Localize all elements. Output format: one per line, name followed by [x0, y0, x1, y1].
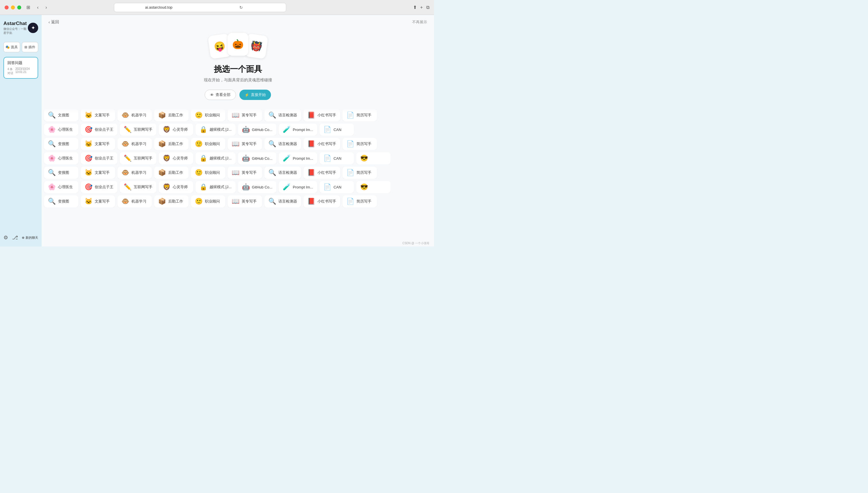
- mask-item[interactable]: 🦁心灵导师: [159, 152, 193, 164]
- app-title: AstarChat: [3, 21, 28, 26]
- reload-icon[interactable]: ↻: [200, 5, 282, 10]
- mask-item-icon: 🐱: [85, 140, 92, 148]
- mask-item[interactable]: 🔍变搜图: [44, 138, 78, 150]
- mask-item[interactable]: 📦后勤工作: [154, 138, 188, 150]
- view-all-button[interactable]: 👁 查看全部: [205, 90, 236, 100]
- mask-item-name: 语言检测器: [278, 199, 297, 204]
- mask-item[interactable]: 🎯创业点子王: [81, 181, 117, 193]
- mask-item[interactable]: 📄简历写手: [342, 195, 377, 208]
- app-title-block: AstarChat 微信公众号：一颗星宇宙.: [3, 21, 28, 35]
- mask-item[interactable]: ✏️互联网写手: [120, 152, 156, 164]
- mask-item[interactable]: 😎: [356, 181, 391, 193]
- mask-item-icon: 📦: [158, 111, 166, 119]
- mask-item[interactable]: 📕小红书写手: [303, 167, 340, 179]
- tab-plugin[interactable]: ⊞ 插件: [22, 42, 39, 52]
- mask-item[interactable]: 🐱文案写手: [81, 195, 115, 208]
- mask-item[interactable]: 🔍变搜图: [44, 167, 78, 179]
- github-icon[interactable]: ⎇: [12, 234, 18, 241]
- mask-item[interactable]: 📖英专写手: [228, 195, 262, 208]
- mask-item-name: 变搜图: [58, 170, 69, 175]
- mask-item[interactable]: 🔍语言检测器: [265, 138, 301, 150]
- mask-item[interactable]: 🔍语言检测器: [265, 109, 301, 121]
- mask-item[interactable]: 🐵机器学习: [117, 109, 152, 121]
- mask-item[interactable]: 🔍文搜图: [44, 109, 78, 121]
- mask-item[interactable]: 🤖GitHub Co...: [238, 181, 277, 193]
- mask-icon-cards: 😝 🎃 👹: [207, 35, 269, 58]
- plus-icon: ⊕: [22, 236, 24, 240]
- maximize-button[interactable]: [17, 5, 21, 9]
- mask-item[interactable]: 📦后勤工作: [154, 109, 188, 121]
- sidebar: AstarChat 微信公众号：一颗星宇宙. ✦ 🎭 面具 ⊞ 插件 回答问题 …: [0, 15, 42, 246]
- mask-item[interactable]: 🔒越狱模式 [J...: [196, 152, 236, 164]
- mask-item[interactable]: 📖英专写手: [228, 138, 262, 150]
- mask-item[interactable]: 🙂职业顾问: [191, 167, 225, 179]
- mask-item[interactable]: 😎: [356, 152, 391, 164]
- mask-item[interactable]: 📄CAN: [319, 152, 354, 164]
- mask-card-2[interactable]: 🎃: [228, 33, 248, 56]
- mask-item[interactable]: 🙂职业顾问: [191, 109, 225, 121]
- mask-item[interactable]: 🧪Prompt Im...: [279, 152, 317, 164]
- mask-item[interactable]: 🐵机器学习: [117, 167, 152, 179]
- mask-item[interactable]: 📄简历写手: [342, 167, 377, 179]
- tab-mask[interactable]: 🎭 面具: [3, 42, 20, 52]
- nav-back-button[interactable]: ‹: [35, 4, 40, 11]
- chat-item[interactable]: 回答问题 4 条对话 2023/10/24 13:01:21: [3, 57, 38, 79]
- start-button[interactable]: ⚡ 直接开始: [239, 90, 271, 100]
- minimize-button[interactable]: [11, 5, 15, 9]
- tabs-button[interactable]: ⧉: [426, 5, 429, 10]
- mask-item[interactable]: 🔍语言检测器: [265, 195, 301, 208]
- mask-item[interactable]: 🦁心灵导师: [159, 124, 193, 135]
- mask-item[interactable]: 📄CAN: [319, 124, 354, 135]
- mask-item[interactable]: 🐱文案写手: [81, 138, 115, 150]
- mask-item[interactable]: 🙂职业顾问: [191, 195, 225, 208]
- mask-item[interactable]: 🤖GitHub Co...: [238, 152, 277, 164]
- mask-item[interactable]: 🌸心理医生: [44, 124, 78, 135]
- mask-item[interactable]: 🔍变搜图: [44, 195, 78, 208]
- mask-item[interactable]: 🌸心理医生: [44, 152, 78, 164]
- mask-item-name: 小红书写手: [317, 141, 336, 147]
- mask-item[interactable]: ✏️互联网写手: [120, 181, 156, 193]
- mask-item[interactable]: 📖英专写手: [228, 109, 262, 121]
- mask-item[interactable]: 📄简历写手: [342, 138, 377, 150]
- close-button[interactable]: [5, 5, 8, 9]
- mask-item[interactable]: 📦后勤工作: [154, 167, 188, 179]
- no-show-button[interactable]: 不再展示: [412, 20, 427, 25]
- mask-item[interactable]: 📕小红书写手: [303, 138, 340, 150]
- mask-item-icon: 🧪: [283, 126, 291, 133]
- mask-item[interactable]: 🔍语言检测器: [265, 167, 301, 179]
- mask-item-icon: 📄: [323, 154, 331, 162]
- mask-item[interactable]: 🐵机器学习: [117, 195, 152, 208]
- mask-item[interactable]: 📄CAN: [319, 181, 354, 193]
- sidebar-toggle-button[interactable]: ⊞: [25, 3, 32, 11]
- mask-item[interactable]: 🦁心灵导师: [159, 181, 193, 193]
- back-button[interactable]: ‹ 返回: [48, 20, 59, 25]
- mask-item[interactable]: 🔒越狱模式 [J...: [196, 181, 236, 193]
- mask-item[interactable]: 🤖GitHub Co...: [238, 124, 277, 135]
- mask-item-icon: 🎯: [85, 183, 92, 191]
- mask-item-name: 越狱模式 [J...: [209, 127, 232, 132]
- mask-item-icon: 🐱: [85, 169, 92, 176]
- nav-forward-button[interactable]: ›: [44, 4, 48, 11]
- mask-item[interactable]: 🙂职业顾问: [191, 138, 225, 150]
- mask-item[interactable]: 🐱文案写手: [81, 109, 115, 121]
- mask-item[interactable]: 🐵机器学习: [117, 138, 152, 150]
- mask-item[interactable]: 📕小红书写手: [303, 109, 340, 121]
- mask-item[interactable]: 🌸心理医生: [44, 181, 78, 193]
- new-chat-button[interactable]: ⊕ 新的聊天: [22, 236, 38, 240]
- mask-item[interactable]: 📦后勤工作: [154, 195, 188, 208]
- mask-item[interactable]: 📖英专写手: [228, 167, 262, 179]
- mask-item[interactable]: 🧪Prompt Im...: [279, 124, 317, 135]
- mask-item[interactable]: 🧪Prompt Im...: [279, 181, 317, 193]
- address-bar[interactable]: ai.astarcloud.top ↻: [114, 3, 286, 12]
- new-tab-button[interactable]: +: [420, 5, 423, 10]
- mask-item[interactable]: 🎯创业点子王: [81, 152, 117, 164]
- share-button[interactable]: ⬆: [413, 5, 417, 10]
- mask-item[interactable]: ✏️互联网写手: [120, 124, 156, 135]
- mask-item[interactable]: 🎯创业点子王: [81, 124, 117, 135]
- settings-icon[interactable]: ⚙: [3, 234, 8, 241]
- mask-item[interactable]: 📄简历写手: [342, 109, 377, 121]
- mask-item[interactable]: 🔒越狱模式 [J...: [196, 124, 236, 135]
- mask-item[interactable]: 🐱文案写手: [81, 167, 115, 179]
- mask-item[interactable]: 📕小红书写手: [303, 195, 340, 208]
- mask-item-name: 心灵导师: [173, 185, 188, 190]
